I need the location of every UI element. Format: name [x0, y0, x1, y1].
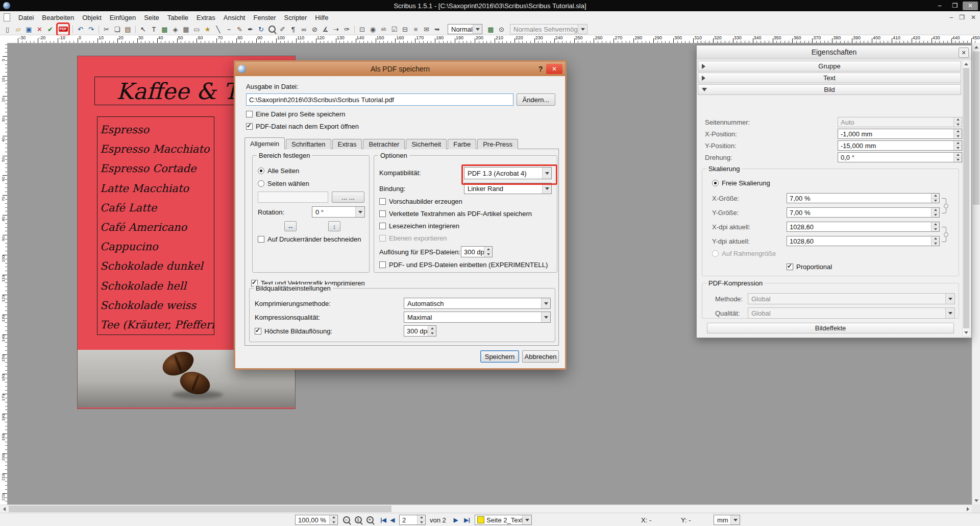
insert-image-frame-icon[interactable]: ▩: [159, 24, 170, 35]
scroll-down-button[interactable]: [972, 496, 980, 505]
menu-hilfe[interactable]: Hilfe: [311, 11, 332, 23]
x-dpi-down-button[interactable]: [932, 227, 939, 232]
compression-quality-combobox[interactable]: Maximal: [404, 312, 551, 323]
tab-pre-press[interactable]: Pre-Press: [477, 139, 518, 149]
y-position-down-button[interactable]: [954, 146, 962, 151]
x-dpi-up-button[interactable]: [932, 222, 939, 227]
section-gruppe[interactable]: Gruppe: [698, 61, 961, 71]
binding-combobox-arrow[interactable]: [542, 183, 551, 194]
rotation-input[interactable]: 0,0 °: [838, 152, 962, 162]
display-quality-arrow[interactable]: [473, 25, 482, 34]
open-document-icon[interactable]: ▱: [13, 24, 23, 35]
bookmarks-checkbox[interactable]: [379, 223, 386, 229]
window-minimize-button[interactable]: –: [932, 2, 947, 10]
rotate-item-icon[interactable]: ↻: [256, 24, 266, 35]
paste-icon[interactable]: ▤: [122, 24, 133, 35]
insert-polygon-icon[interactable]: ★: [202, 24, 213, 35]
page-range-button[interactable]: ... ...: [332, 192, 364, 203]
insert-shape-icon[interactable]: ▭: [191, 24, 202, 35]
previous-page-button[interactable]: ◀: [388, 515, 397, 524]
new-document-icon[interactable]: ▯: [2, 24, 13, 35]
properties-scroll-up-button[interactable]: [963, 60, 970, 67]
x-dpi-input[interactable]: 1028,60: [787, 222, 940, 232]
scroll-left-button[interactable]: [0, 505, 8, 513]
edit-contents-icon[interactable]: ✐: [277, 24, 288, 35]
toggle-images-icon[interactable]: ▩: [485, 24, 496, 35]
layers-checkbox[interactable]: [379, 235, 386, 242]
page-number-up-button[interactable]: [954, 117, 962, 123]
compatibility-combobox-arrow[interactable]: [542, 168, 551, 179]
zoom-out-button[interactable]: −: [341, 515, 352, 525]
x-position-input[interactable]: -1,000 mm: [838, 129, 962, 139]
menu-ansicht[interactable]: Ansicht: [219, 11, 250, 23]
panel-method-combobox[interactable]: Global: [748, 293, 955, 304]
save-button[interactable]: Speichern: [480, 350, 519, 363]
zoom-level-up-button[interactable]: [330, 515, 337, 520]
choose-pages-radio[interactable]: [258, 180, 264, 187]
y-dpi-down-button[interactable]: [932, 242, 939, 246]
clip-printer-margins-checkbox[interactable]: [258, 236, 264, 243]
preflight-verifier-icon[interactable]: ✔: [45, 24, 56, 35]
link-text-frames-icon[interactable]: ∞: [299, 24, 309, 35]
insert-calligraphic-icon[interactable]: ✒: [245, 24, 256, 35]
copy-icon[interactable]: ❏: [112, 24, 122, 35]
tab-sicherheit[interactable]: Sicherheit: [406, 139, 447, 149]
unit-selector-arrow[interactable]: [730, 515, 740, 524]
insert-freehand-icon[interactable]: ✎: [234, 24, 245, 35]
tab-betrachter[interactable]: Betrachter: [363, 139, 405, 149]
menu-extras[interactable]: Extras: [192, 11, 219, 23]
save-as-pdf-icon[interactable]: PDF: [58, 24, 68, 35]
insert-table-icon[interactable]: ▦: [181, 24, 191, 35]
dialog-title-bar[interactable]: Als PDF speichern ? ✕: [235, 62, 565, 76]
zoom-reset-button[interactable]: 1: [353, 515, 363, 525]
redo-icon[interactable]: ↷: [86, 24, 96, 35]
mirror-vertical-button[interactable]: ↕: [328, 221, 340, 231]
close-document-icon[interactable]: ✕: [34, 24, 45, 35]
cancel-button[interactable]: Abbrechen: [522, 350, 559, 363]
scroll-right-button[interactable]: [964, 505, 972, 513]
insert-render-frame-icon[interactable]: ◈: [170, 24, 181, 35]
display-quality-combobox[interactable]: Normal: [448, 24, 482, 34]
properties-close-button[interactable]: ✕: [959, 47, 969, 58]
zoom-level-down-button[interactable]: [330, 520, 337, 525]
x-position-down-button[interactable]: [954, 134, 962, 139]
properties-scrollbar[interactable]: [962, 60, 970, 337]
horizontal-scrollbar[interactable]: [0, 505, 972, 513]
y-position-input[interactable]: -15,000 mm: [838, 140, 962, 151]
x-position-up-button[interactable]: [954, 129, 962, 134]
unit-selector[interactable]: mm: [714, 515, 740, 525]
panel-quality-arrow[interactable]: [945, 308, 954, 318]
open-after-export-checkbox[interactable]: [246, 123, 253, 130]
max-resolution-down-button[interactable]: [428, 331, 436, 337]
zoom-in-button[interactable]: +: [364, 515, 375, 525]
eye-dropper-icon[interactable]: ✑: [341, 24, 352, 35]
pdf-annotation-icon[interactable]: ✉: [421, 24, 432, 35]
section-text[interactable]: Text: [698, 73, 961, 83]
rotation-down-button[interactable]: [954, 158, 962, 162]
image-effects-button[interactable]: Bildeffekte: [707, 323, 954, 333]
menu-fenster[interactable]: Fenster: [249, 11, 280, 23]
binding-combobox[interactable]: Linker Rand: [464, 183, 552, 194]
properties-scroll-down-button[interactable]: [963, 329, 970, 336]
pdf-link-annotation-icon[interactable]: ➥: [432, 24, 443, 35]
tab-farbe[interactable]: Farbe: [448, 139, 476, 149]
page-number-up-button[interactable]: [418, 515, 425, 520]
insert-bezier-icon[interactable]: ~: [224, 24, 234, 35]
thumbnails-checkbox[interactable]: [379, 198, 386, 205]
eps-resolution-up-button[interactable]: [484, 247, 492, 252]
link-dpi-icon[interactable]: [942, 227, 946, 242]
frame-size-radio[interactable]: [712, 250, 719, 257]
x-size-input[interactable]: 7,00 %: [787, 193, 940, 203]
properties-title-bar[interactable]: Eigenschaften: [697, 45, 971, 59]
pdf-checkbox-icon[interactable]: ☑: [389, 24, 400, 35]
dialog-help-button[interactable]: ?: [535, 64, 546, 74]
x-size-down-button[interactable]: [932, 199, 939, 203]
pdf-combo-box-icon[interactable]: ⊟: [400, 24, 410, 35]
insert-line-icon[interactable]: ╲: [213, 24, 224, 35]
all-pages-radio[interactable]: [258, 168, 264, 174]
pdf-push-button-icon[interactable]: ⊡: [357, 24, 368, 35]
rotation-up-button[interactable]: [954, 153, 962, 158]
free-scaling-radio[interactable]: [712, 180, 719, 186]
rotation-combobox-arrow[interactable]: [355, 207, 364, 217]
zoom-icon[interactable]: [266, 24, 277, 35]
